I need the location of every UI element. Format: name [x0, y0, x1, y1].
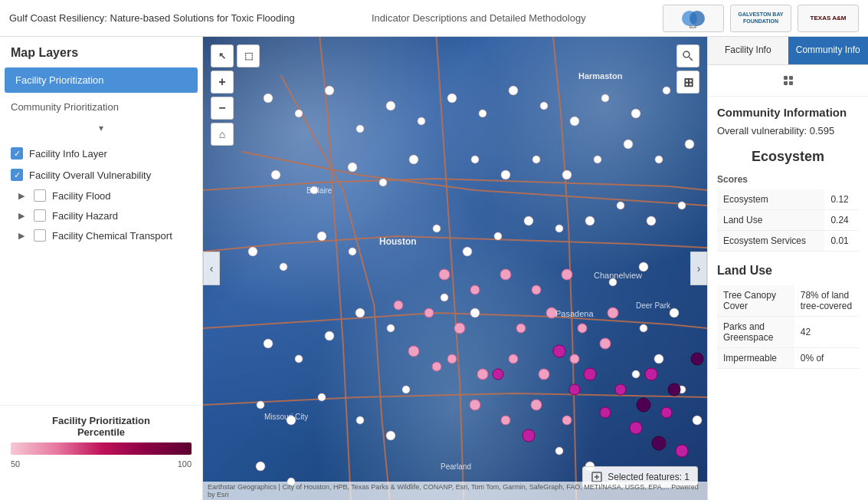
- layer-facility-flood: ▶ Facility Flood: [0, 186, 202, 206]
- edf-logo: EDF: [663, 5, 724, 32]
- home-button[interactable]: ⌂: [211, 123, 234, 146]
- expand-flood-icon[interactable]: ▶: [18, 191, 28, 201]
- land-use-name-0: Tree Canopy Cover: [717, 285, 794, 317]
- layer-list: Facility Info Layer Facility Overall Vul…: [0, 137, 202, 252]
- score-name-2: Ecosystem Services: [717, 231, 824, 252]
- community-info-title: Community Information: [717, 106, 859, 119]
- svg-text:EDF: EDF: [689, 25, 697, 29]
- checkbox-facility-flood[interactable]: [34, 189, 46, 202]
- score-name-0: Ecosystem: [717, 189, 824, 210]
- draw-mode-button[interactable]: ⬚: [237, 44, 260, 67]
- ecosystem-title: Ecosystem: [717, 149, 859, 165]
- table-row: Land Use 0.24: [717, 210, 859, 231]
- methodology-link[interactable]: Indicator Descriptions and Detailed Meth…: [372, 12, 586, 24]
- layer-facility-overall-label: Facility Overall Vulnerability: [29, 169, 151, 181]
- map-attribution: Earthstar Geographics | City of Houston,…: [203, 482, 707, 500]
- tab-community-info[interactable]: Community Info: [788, 37, 869, 64]
- layer-facility-chemical: ▶ Facility Chemical Transport: [0, 225, 202, 245]
- panel-icons-row: [708, 65, 868, 97]
- score-name-1: Land Use: [717, 210, 824, 231]
- search-icon: [682, 50, 694, 62]
- svg-rect-114: [789, 76, 793, 80]
- panel-tabs: Facility Info Community Info: [708, 37, 868, 65]
- svg-point-108: [683, 51, 689, 58]
- land-use-table: Tree Canopy Cover 78% of land tree-cover…: [717, 285, 859, 369]
- map-light-areas: [203, 37, 707, 500]
- select-mode-button[interactable]: ↖: [211, 44, 234, 67]
- tamu-logo: TEXAS A&M: [798, 5, 859, 32]
- svg-rect-115: [784, 81, 788, 85]
- table-row: Ecosystem 0.12: [717, 189, 859, 210]
- checkbox-facility-overall[interactable]: [11, 169, 23, 181]
- community-info-section: Community Information Overall vulnerabil…: [708, 97, 868, 378]
- legend-labels: 50 100: [11, 459, 192, 469]
- zoom-in-button[interactable]: +: [211, 71, 234, 94]
- qr-button[interactable]: ⊞: [676, 71, 699, 94]
- map-next-button[interactable]: ›: [690, 252, 707, 285]
- logos-container: EDF GALVESTON BAY FOUNDATION TEXAS A&M: [663, 5, 859, 32]
- sidebar: Map Layers Facility Prioritization Commu…: [0, 37, 203, 500]
- tab-facility-info[interactable]: Facility Info: [708, 37, 788, 64]
- top-bar: Gulf Coast Resiliency: Nature-based Solu…: [0, 0, 868, 37]
- nav-expand-arrow[interactable]: ▾: [0, 120, 202, 137]
- score-value-1: 0.24: [824, 210, 859, 231]
- scores-label: Scores: [717, 174, 859, 185]
- land-use-value-2: 0% of: [794, 348, 859, 369]
- svg-line-109: [689, 58, 693, 61]
- main-content: Map Layers Facility Prioritization Commu…: [0, 37, 868, 500]
- svg-rect-113: [784, 76, 788, 80]
- table-row: Impermeable 0% of: [717, 348, 859, 369]
- map-legend: Facility Prioritization Percentile 50 10…: [0, 405, 202, 478]
- zoom-out-button[interactable]: −: [211, 97, 234, 120]
- grid-icon-1[interactable]: [779, 71, 798, 90]
- scores-table: Ecosystem 0.12 Land Use 0.24 Ecosystem S…: [717, 189, 859, 252]
- checkbox-facility-chemical[interactable]: [34, 229, 46, 242]
- layer-facility-flood-label: Facility Flood: [52, 190, 111, 202]
- score-value-2: 0.01: [824, 231, 859, 252]
- map-prev-button[interactable]: ‹: [203, 252, 220, 285]
- legend-title: Facility Prioritization Percentile: [11, 415, 192, 438]
- vulnerability-value: 0.595: [810, 125, 835, 137]
- map-nav-left[interactable]: ‹: [203, 252, 220, 285]
- expand-chemical-icon[interactable]: ▶: [18, 231, 28, 241]
- land-use-title: Land Use: [717, 264, 859, 278]
- land-use-name-2: Impermeable: [717, 348, 794, 369]
- search-button[interactable]: [676, 44, 699, 67]
- right-panel: Facility Info Community Info Community I…: [707, 37, 868, 500]
- score-value-0: 0.12: [824, 189, 859, 210]
- layer-facility-hazard-label: Facility Hazard: [52, 210, 118, 222]
- map-mode-buttons: ↖ ⬚: [211, 44, 260, 67]
- galveston-logo: GALVESTON BAY FOUNDATION: [730, 5, 791, 32]
- layer-facility-overall: Facility Overall Vulnerability: [0, 164, 202, 186]
- land-use-name-1: Parks and Greenspace: [717, 317, 794, 348]
- legend-max: 100: [178, 459, 192, 469]
- layer-facility-info-label: Facility Info Layer: [29, 148, 107, 160]
- layer-facility-hazard: ▶ Facility Hazard: [0, 206, 202, 225]
- expand-hazard-icon[interactable]: ▶: [18, 211, 28, 221]
- vulnerability-label: Overall vulnerability:: [717, 125, 807, 137]
- map-nav-right[interactable]: ›: [690, 252, 707, 285]
- grid-icon: [782, 74, 794, 87]
- map-controls-topright: ⊞: [676, 44, 699, 94]
- map-controls-topleft: ↖ ⬚ + − ⌂: [211, 44, 260, 146]
- map-container[interactable]: ↖ ⬚ + − ⌂ ⊞ ‹ ›: [203, 37, 707, 500]
- vulnerability-text: Overall vulnerability: 0.595: [717, 125, 859, 137]
- svg-point-1: [689, 11, 705, 26]
- nav-facility-prioritization[interactable]: Facility Prioritization: [5, 67, 198, 93]
- table-row: Tree Canopy Cover 78% of land tree-cover…: [717, 285, 859, 317]
- checkbox-facility-hazard[interactable]: [34, 209, 46, 222]
- land-use-value-1: 42: [794, 317, 859, 348]
- nav-community-prioritization[interactable]: Community Prioritization: [0, 94, 202, 120]
- legend-min: 50: [11, 459, 20, 469]
- svg-rect-116: [789, 81, 793, 85]
- layer-facility-info: Facility Info Layer: [0, 143, 202, 164]
- layer-facility-chemical-label: Facility Chemical Transport: [52, 230, 172, 242]
- chevron-down-icon: ▾: [99, 123, 103, 133]
- land-use-value-0: 78% of land tree-covered: [794, 285, 859, 317]
- table-row: Ecosystem Services 0.01: [717, 231, 859, 252]
- legend-gradient: [11, 442, 192, 455]
- sidebar-header: Map Layers: [0, 37, 202, 66]
- app-title: Gulf Coast Resiliency: Nature-based Solu…: [9, 12, 295, 24]
- checkbox-facility-info[interactable]: [11, 147, 23, 160]
- selected-features-text: Selected features: 1: [608, 472, 689, 482]
